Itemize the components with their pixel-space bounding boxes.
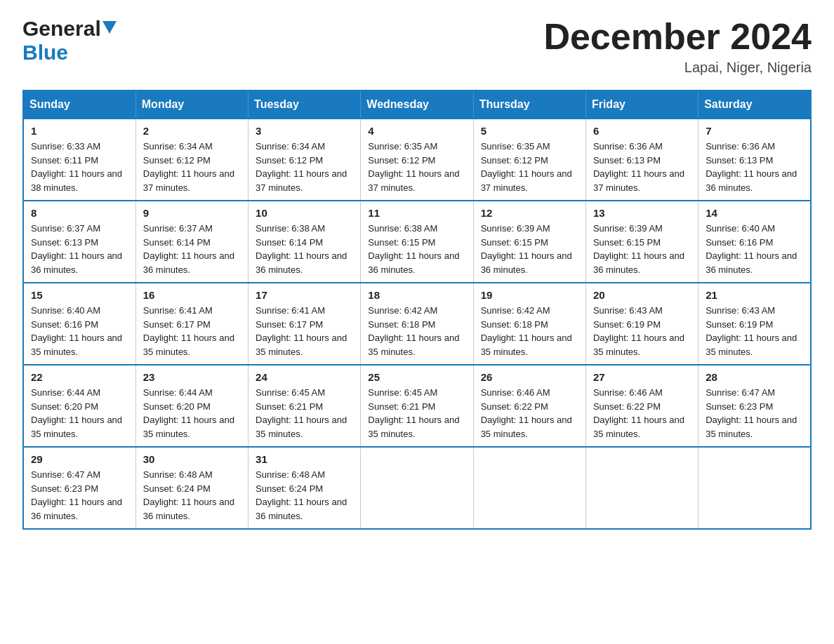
calendar-cell: 22Sunrise: 6:44 AMSunset: 6:20 PMDayligh… <box>23 365 135 447</box>
day-info: Sunrise: 6:45 AMSunset: 6:21 PMDaylight:… <box>368 386 465 441</box>
day-info: Sunrise: 6:44 AMSunset: 6:20 PMDaylight:… <box>31 386 128 441</box>
day-info: Sunrise: 6:42 AMSunset: 6:18 PMDaylight:… <box>368 304 465 358</box>
day-info: Sunrise: 6:48 AMSunset: 6:24 PMDaylight:… <box>143 468 241 523</box>
day-info: Sunrise: 6:35 AMSunset: 6:12 PMDaylight:… <box>368 140 465 194</box>
day-number: 31 <box>256 453 353 465</box>
day-info: Sunrise: 6:38 AMSunset: 6:15 PMDaylight:… <box>368 222 465 276</box>
day-info: Sunrise: 6:40 AMSunset: 6:16 PMDaylight:… <box>31 304 128 358</box>
calendar-cell: 21Sunrise: 6:43 AMSunset: 6:19 PMDayligh… <box>699 283 811 365</box>
day-info: Sunrise: 6:46 AMSunset: 6:22 PMDaylight:… <box>481 386 578 441</box>
calendar-cell: 12Sunrise: 6:39 AMSunset: 6:15 PMDayligh… <box>473 201 585 283</box>
calendar-week-5: 29Sunrise: 6:47 AMSunset: 6:23 PMDayligh… <box>23 447 811 529</box>
logo-arrow-icon <box>102 21 117 36</box>
calendar-week-1: 1Sunrise: 6:33 AMSunset: 6:11 PMDaylight… <box>23 119 811 201</box>
day-number: 25 <box>368 371 465 383</box>
day-number: 30 <box>143 453 241 465</box>
day-number: 14 <box>706 207 803 219</box>
day-number: 16 <box>143 289 241 301</box>
calendar-week-4: 22Sunrise: 6:44 AMSunset: 6:20 PMDayligh… <box>23 365 811 447</box>
day-info: Sunrise: 6:36 AMSunset: 6:13 PMDaylight:… <box>706 140 803 194</box>
day-info: Sunrise: 6:37 AMSunset: 6:14 PMDaylight:… <box>143 222 241 276</box>
calendar-cell: 14Sunrise: 6:40 AMSunset: 6:16 PMDayligh… <box>699 201 811 283</box>
calendar-cell: 16Sunrise: 6:41 AMSunset: 6:17 PMDayligh… <box>135 283 248 365</box>
day-info: Sunrise: 6:43 AMSunset: 6:19 PMDaylight:… <box>706 304 803 358</box>
day-info: Sunrise: 6:46 AMSunset: 6:22 PMDaylight:… <box>593 386 691 441</box>
day-number: 11 <box>368 207 465 219</box>
location-label: Lapai, Niger, Nigeria <box>543 60 812 76</box>
calendar-cell: 5Sunrise: 6:35 AMSunset: 6:12 PMDaylight… <box>473 119 585 201</box>
header-wednesday: Wednesday <box>361 90 473 119</box>
calendar-cell: 28Sunrise: 6:47 AMSunset: 6:23 PMDayligh… <box>699 365 811 447</box>
calendar-week-3: 15Sunrise: 6:40 AMSunset: 6:16 PMDayligh… <box>23 283 811 365</box>
calendar-cell: 9Sunrise: 6:37 AMSunset: 6:14 PMDaylight… <box>135 201 248 283</box>
day-number: 20 <box>593 289 691 301</box>
header-tuesday: Tuesday <box>249 90 361 119</box>
day-number: 3 <box>256 125 353 137</box>
day-info: Sunrise: 6:45 AMSunset: 6:21 PMDaylight:… <box>256 386 353 441</box>
calendar-cell: 30Sunrise: 6:48 AMSunset: 6:24 PMDayligh… <box>135 447 248 529</box>
calendar-cell <box>473 447 585 529</box>
day-number: 29 <box>31 453 128 465</box>
day-number: 5 <box>481 125 578 137</box>
day-number: 7 <box>706 125 803 137</box>
calendar-cell: 31Sunrise: 6:48 AMSunset: 6:24 PMDayligh… <box>249 447 361 529</box>
day-number: 22 <box>31 371 128 383</box>
calendar-table: SundayMondayTuesdayWednesdayThursdayFrid… <box>22 90 812 530</box>
header-saturday: Saturday <box>699 90 811 119</box>
calendar-cell: 18Sunrise: 6:42 AMSunset: 6:18 PMDayligh… <box>361 283 473 365</box>
svg-marker-0 <box>102 21 117 34</box>
day-number: 21 <box>706 289 803 301</box>
header-monday: Monday <box>135 90 248 119</box>
calendar-cell: 20Sunrise: 6:43 AMSunset: 6:19 PMDayligh… <box>585 283 698 365</box>
day-info: Sunrise: 6:44 AMSunset: 6:20 PMDaylight:… <box>143 386 241 441</box>
day-number: 23 <box>143 371 241 383</box>
day-number: 10 <box>256 207 353 219</box>
day-info: Sunrise: 6:41 AMSunset: 6:17 PMDaylight:… <box>143 304 241 358</box>
calendar-cell: 15Sunrise: 6:40 AMSunset: 6:16 PMDayligh… <box>23 283 135 365</box>
day-info: Sunrise: 6:34 AMSunset: 6:12 PMDaylight:… <box>256 140 353 194</box>
day-number: 19 <box>481 289 578 301</box>
calendar-cell: 3Sunrise: 6:34 AMSunset: 6:12 PMDaylight… <box>249 119 361 201</box>
day-info: Sunrise: 6:41 AMSunset: 6:17 PMDaylight:… <box>256 304 353 358</box>
day-info: Sunrise: 6:39 AMSunset: 6:15 PMDaylight:… <box>481 222 578 276</box>
day-number: 13 <box>593 207 691 219</box>
calendar-cell: 19Sunrise: 6:42 AMSunset: 6:18 PMDayligh… <box>473 283 585 365</box>
day-number: 17 <box>256 289 353 301</box>
header-thursday: Thursday <box>473 90 585 119</box>
day-number: 2 <box>143 125 241 137</box>
day-info: Sunrise: 6:40 AMSunset: 6:16 PMDaylight:… <box>706 222 803 276</box>
calendar-cell <box>585 447 698 529</box>
calendar-cell: 7Sunrise: 6:36 AMSunset: 6:13 PMDaylight… <box>699 119 811 201</box>
day-number: 8 <box>31 207 128 219</box>
calendar-cell: 8Sunrise: 6:37 AMSunset: 6:13 PMDaylight… <box>23 201 135 283</box>
calendar-cell: 23Sunrise: 6:44 AMSunset: 6:20 PMDayligh… <box>135 365 248 447</box>
calendar-cell: 25Sunrise: 6:45 AMSunset: 6:21 PMDayligh… <box>361 365 473 447</box>
logo-general-text: General <box>22 17 101 41</box>
day-number: 26 <box>481 371 578 383</box>
day-number: 6 <box>593 125 691 137</box>
calendar-cell: 13Sunrise: 6:39 AMSunset: 6:15 PMDayligh… <box>585 201 698 283</box>
day-number: 28 <box>706 371 803 383</box>
day-info: Sunrise: 6:47 AMSunset: 6:23 PMDaylight:… <box>31 468 128 523</box>
day-info: Sunrise: 6:35 AMSunset: 6:12 PMDaylight:… <box>481 140 578 194</box>
title-section: December 2024 Lapai, Niger, Nigeria <box>543 17 812 76</box>
calendar-cell: 26Sunrise: 6:46 AMSunset: 6:22 PMDayligh… <box>473 365 585 447</box>
header-friday: Friday <box>585 90 698 119</box>
day-info: Sunrise: 6:37 AMSunset: 6:13 PMDaylight:… <box>31 222 128 276</box>
day-number: 1 <box>31 125 128 137</box>
calendar-cell: 17Sunrise: 6:41 AMSunset: 6:17 PMDayligh… <box>249 283 361 365</box>
day-number: 24 <box>256 371 353 383</box>
day-number: 9 <box>143 207 241 219</box>
day-info: Sunrise: 6:48 AMSunset: 6:24 PMDaylight:… <box>256 468 353 523</box>
calendar-cell <box>699 447 811 529</box>
calendar-cell: 29Sunrise: 6:47 AMSunset: 6:23 PMDayligh… <box>23 447 135 529</box>
day-info: Sunrise: 6:39 AMSunset: 6:15 PMDaylight:… <box>593 222 691 276</box>
logo-blue-text: Blue <box>22 41 68 64</box>
calendar-cell: 11Sunrise: 6:38 AMSunset: 6:15 PMDayligh… <box>361 201 473 283</box>
day-info: Sunrise: 6:42 AMSunset: 6:18 PMDaylight:… <box>481 304 578 358</box>
calendar-cell: 1Sunrise: 6:33 AMSunset: 6:11 PMDaylight… <box>23 119 135 201</box>
calendar-cell: 6Sunrise: 6:36 AMSunset: 6:13 PMDaylight… <box>585 119 698 201</box>
day-info: Sunrise: 6:43 AMSunset: 6:19 PMDaylight:… <box>593 304 691 358</box>
day-number: 12 <box>481 207 578 219</box>
day-info: Sunrise: 6:47 AMSunset: 6:23 PMDaylight:… <box>706 386 803 441</box>
